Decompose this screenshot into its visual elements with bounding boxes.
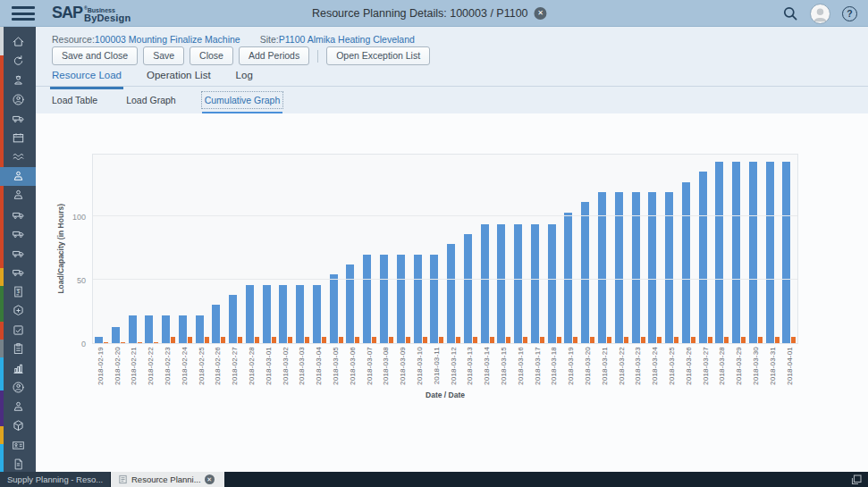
bar-group xyxy=(747,155,764,343)
bar-orange xyxy=(171,337,175,343)
sidebar-item-worker-2[interactable] xyxy=(0,71,36,90)
bar-group xyxy=(177,155,194,343)
tab-operation-list[interactable]: Operation List xyxy=(147,70,211,86)
bar-orange xyxy=(423,337,427,343)
tab-log[interactable]: Log xyxy=(236,70,253,86)
subtab-cumulative-graph[interactable]: Cumulative Graph xyxy=(205,95,281,105)
bar-group xyxy=(261,155,278,343)
bar-blue xyxy=(414,255,422,343)
sidebar-item-calendar-5[interactable] xyxy=(0,129,36,148)
sidebar-item-resource-7[interactable] xyxy=(0,167,36,187)
sidebar-item-resource-8[interactable] xyxy=(0,186,36,206)
invoice-icon xyxy=(12,285,25,298)
bar-orange xyxy=(305,337,309,343)
bar-orange xyxy=(154,342,158,343)
bar-group xyxy=(579,155,596,343)
x-tick-label: 2018-03-25 xyxy=(663,347,680,391)
bar-orange xyxy=(590,337,594,343)
help-icon[interactable]: ? xyxy=(842,6,857,21)
bar-blue xyxy=(330,274,338,343)
sidebar-item-user-circle-18[interactable] xyxy=(0,378,36,398)
sidebar-item-undo-1[interactable] xyxy=(0,52,36,71)
resource-link[interactable]: 100003 Mounting Finalize Machine xyxy=(95,34,240,45)
sidebar-item-resource-19[interactable] xyxy=(0,398,36,417)
bar-orange xyxy=(456,337,460,343)
bar-group xyxy=(160,155,177,343)
bar-group xyxy=(646,155,663,343)
y-tick-label: 50 xyxy=(77,276,86,285)
bar-orange xyxy=(121,342,125,343)
sidebar-item-truck-10[interactable] xyxy=(0,224,36,244)
waves-icon xyxy=(12,150,25,164)
bar-group xyxy=(428,155,445,343)
close-button[interactable]: Close xyxy=(190,46,233,65)
add-periods-button[interactable]: Add Periods xyxy=(239,46,309,65)
search-icon[interactable] xyxy=(782,5,798,21)
x-tick-label: 2018-03-13 xyxy=(462,347,479,391)
user-avatar[interactable] xyxy=(810,4,830,24)
bar-blue xyxy=(682,182,690,343)
sidebar-item-truck-12[interactable] xyxy=(0,263,36,282)
sidebar-item-truck-9[interactable] xyxy=(0,206,36,225)
bar-orange xyxy=(641,337,645,343)
sidebar-item-task-check-15[interactable] xyxy=(0,321,36,340)
sidebar-item-clipboard-16[interactable] xyxy=(0,340,36,359)
bar-blue xyxy=(464,234,472,343)
bar-group xyxy=(93,155,110,343)
bar-orange xyxy=(104,342,108,343)
taskbar-tab-supply-planning[interactable]: Supply Planning - Reso... xyxy=(0,472,111,487)
y-axis-ticks: 050100 xyxy=(63,154,86,344)
x-tick-label: 2018-03-07 xyxy=(361,347,378,391)
x-axis-ticks: 2018-02-192018-02-202018-02-212018-02-22… xyxy=(92,347,798,391)
close-window-icon[interactable]: ✕ xyxy=(535,7,547,20)
bar-orange xyxy=(724,337,729,343)
bar-orange xyxy=(473,337,477,343)
resource-info-row: Resource:100003 Mounting Finalize Machin… xyxy=(52,34,415,45)
taskbar-tab-close-icon[interactable]: ✕ xyxy=(205,474,215,484)
bar-orange xyxy=(775,337,780,343)
sidebar-item-waves-6[interactable] xyxy=(0,147,36,167)
bar-blue xyxy=(112,327,120,343)
site-link[interactable]: P1100 Almika Heating Cleveland xyxy=(279,34,415,45)
y-tick-label: 100 xyxy=(72,213,86,222)
x-tick-label: 2018-03-15 xyxy=(495,347,512,391)
detail-header-area: Resource:100003 Mounting Finalize Machin… xyxy=(36,27,868,113)
x-tick-label: 2018-02-27 xyxy=(226,347,243,391)
site-label: Site: xyxy=(260,34,279,45)
x-tick-label: 2018-03-19 xyxy=(562,347,579,391)
bar-blue xyxy=(749,162,757,343)
x-tick-label: 2018-03-11 xyxy=(428,347,445,391)
truck-icon xyxy=(12,247,25,260)
bar-blue xyxy=(346,264,354,343)
save-button[interactable]: Save xyxy=(143,46,184,65)
sidebar-item-invoice-13[interactable] xyxy=(0,282,36,302)
restore-windows-icon[interactable] xyxy=(850,474,863,486)
subtab-load-table[interactable]: Load Table xyxy=(52,95,97,105)
x-tick-label: 2018-03-22 xyxy=(613,347,630,391)
sidebar-item-home-0[interactable] xyxy=(0,32,36,52)
bar-blue xyxy=(548,224,556,343)
sidebar-item-truck-4[interactable] xyxy=(0,109,36,129)
sidebar-item-id-card-21[interactable] xyxy=(0,436,36,456)
bar-group xyxy=(194,155,211,343)
taskbar-tab-resource-planning[interactable]: Resource Planni... ✕ xyxy=(111,472,224,487)
menu-icon[interactable] xyxy=(12,6,35,21)
bar-group xyxy=(512,155,529,343)
truck-icon xyxy=(12,112,25,125)
bar-orange xyxy=(573,337,577,343)
save-and-close-button[interactable]: Save and Close xyxy=(52,46,138,65)
sidebar-item-truck-11[interactable] xyxy=(0,244,36,264)
chart-icon xyxy=(12,362,25,375)
sidebar-item-chart-17[interactable] xyxy=(0,359,36,379)
sidebar-item-box-20[interactable] xyxy=(0,416,36,436)
bar-blue xyxy=(699,172,707,343)
sidebar-item-box-add-14[interactable] xyxy=(0,301,36,321)
sidebar-item-user-circle-3[interactable] xyxy=(0,90,36,110)
subtab-load-graph[interactable]: Load Graph xyxy=(126,95,175,105)
tab-resource-load[interactable]: Resource Load xyxy=(52,70,122,86)
bar-blue xyxy=(179,315,187,343)
bar-blue xyxy=(732,162,740,343)
open-exception-list-button[interactable]: Open Exception List xyxy=(326,46,430,65)
bar-orange xyxy=(708,337,712,343)
bar-blue xyxy=(263,285,271,343)
